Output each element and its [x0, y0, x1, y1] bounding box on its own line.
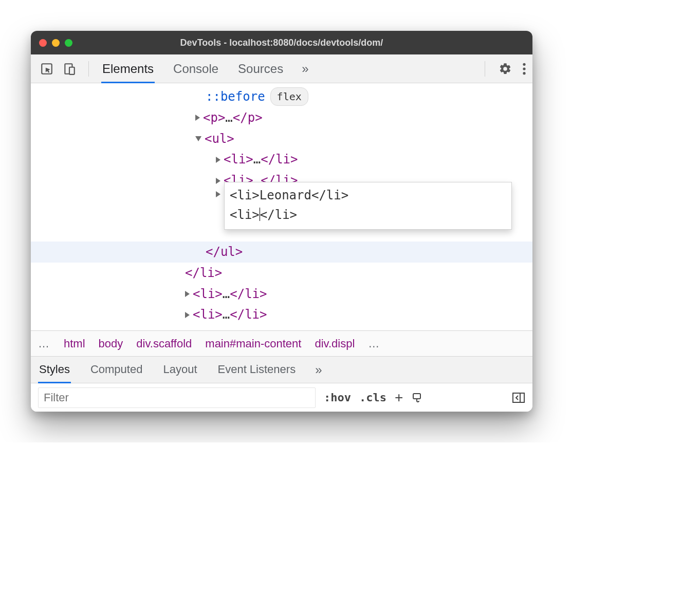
- styles-subtabs: Styles Computed Layout Event Listeners »: [31, 356, 532, 383]
- ul-close-node-selected[interactable]: </ul>: [31, 242, 532, 263]
- ul-node-open[interactable]: <ul>: [31, 128, 532, 150]
- crumb-div-scaffold[interactable]: div.scaffold: [136, 337, 192, 350]
- paint-brush-icon[interactable]: [411, 392, 423, 404]
- toggle-cls-button[interactable]: .cls: [359, 391, 386, 404]
- tag-open: <li>: [224, 149, 253, 170]
- tab-elements[interactable]: Elements: [101, 54, 155, 83]
- styles-filter-input[interactable]: [38, 387, 316, 408]
- edit-as-html-box[interactable]: <li>Leonard</li> <li></li>: [224, 182, 512, 230]
- svg-rect-2: [69, 67, 75, 74]
- window-title: DevTools - localhost:8080/docs/devtools/…: [31, 38, 532, 48]
- more-tabs-button[interactable]: »: [302, 62, 308, 76]
- svg-point-4: [523, 67, 525, 70]
- svg-point-3: [523, 63, 525, 65]
- toggle-hov-button[interactable]: :hov: [324, 391, 351, 404]
- expand-icon[interactable]: [185, 291, 190, 297]
- tag-open: <li>: [193, 284, 223, 305]
- ellipsis: …: [225, 107, 232, 128]
- breadcrumb-overflow-left[interactable]: …: [38, 337, 50, 350]
- panel-tabs: Elements Console Sources »: [101, 54, 472, 83]
- styles-filter-bar: :hov .cls +: [31, 383, 532, 412]
- collapse-icon[interactable]: [195, 136, 201, 141]
- tag-open: <li>: [193, 304, 223, 325]
- pseudo-before-node[interactable]: ::before flex: [31, 86, 532, 107]
- tag-open: <ul>: [205, 128, 234, 150]
- li-node-collapsed[interactable]: <li>…</li>: [31, 304, 532, 325]
- expand-icon[interactable]: [216, 157, 220, 163]
- crumb-html[interactable]: html: [64, 337, 85, 350]
- separator: [88, 61, 89, 77]
- toggle-computed-sidebar-icon[interactable]: [512, 392, 525, 404]
- main-toolbar: Elements Console Sources »: [31, 54, 532, 83]
- expand-icon[interactable]: [185, 312, 190, 318]
- ellipsis: …: [253, 149, 261, 170]
- expand-icon[interactable]: [216, 191, 220, 197]
- kebab-menu-icon[interactable]: [522, 62, 526, 76]
- device-toolbar-icon[interactable]: [63, 62, 76, 76]
- tag-close: </li>: [261, 149, 298, 170]
- subtab-event-listeners[interactable]: Event Listeners: [217, 357, 297, 383]
- inspect-element-icon[interactable]: [40, 62, 53, 76]
- tag-close: </ul>: [206, 242, 243, 263]
- p-node-collapsed[interactable]: <p>…</p>: [31, 107, 532, 128]
- separator: [485, 61, 485, 77]
- tag-close: </p>: [233, 107, 263, 128]
- new-style-rule-button[interactable]: +: [395, 390, 403, 406]
- breadcrumb-overflow-right[interactable]: …: [368, 337, 380, 350]
- expand-icon[interactable]: [195, 115, 200, 121]
- edit-close: </li>: [260, 208, 297, 222]
- edit-line-1[interactable]: <li>Leonard</li>: [230, 186, 506, 205]
- expand-icon[interactable]: [216, 178, 220, 184]
- zoom-window-button[interactable]: [65, 39, 72, 47]
- svg-rect-6: [413, 394, 420, 399]
- crumb-div-displ[interactable]: div.displ: [315, 337, 355, 350]
- tag-close: </li>: [230, 304, 267, 325]
- li-close-node[interactable]: </li>: [31, 263, 532, 284]
- li-node-collapsed[interactable]: <li>…</li>: [31, 149, 532, 170]
- crumb-main-content[interactable]: main#main-content: [205, 337, 301, 350]
- tag-close: </li>: [230, 284, 267, 305]
- devtools-window: DevTools - localhost:8080/docs/devtools/…: [31, 31, 532, 412]
- ellipsis: …: [223, 304, 230, 325]
- crumb-body[interactable]: body: [99, 337, 123, 350]
- ellipsis: …: [223, 284, 230, 305]
- subtab-computed[interactable]: Computed: [89, 357, 144, 383]
- subtabs-overflow-button[interactable]: »: [315, 363, 322, 377]
- tab-sources[interactable]: Sources: [237, 54, 284, 83]
- close-window-button[interactable]: [39, 39, 47, 47]
- edit-open: <li>: [230, 208, 260, 222]
- dom-breadcrumb[interactable]: … html body div.scaffold main#main-conte…: [31, 330, 532, 356]
- window-controls: [39, 39, 72, 47]
- settings-icon[interactable]: [499, 62, 512, 76]
- svg-rect-7: [513, 393, 524, 402]
- svg-point-5: [523, 72, 525, 75]
- elements-dom-tree[interactable]: ::before flex <p>…</p> <ul> <li>…</li> <…: [31, 83, 532, 330]
- subtab-layout[interactable]: Layout: [162, 357, 198, 383]
- pseudo-label: ::before: [206, 86, 265, 107]
- edit-line-2[interactable]: <li></li>: [230, 205, 506, 225]
- tag-open: <p>: [203, 107, 225, 128]
- tag-close: </li>: [185, 263, 222, 284]
- titlebar: DevTools - localhost:8080/docs/devtools/…: [31, 31, 532, 54]
- subtab-styles[interactable]: Styles: [38, 357, 71, 383]
- li-node-collapsed[interactable]: <li>…</li>: [31, 284, 532, 305]
- display-pill: flex: [270, 87, 308, 106]
- minimize-window-button[interactable]: [52, 39, 60, 47]
- tab-console[interactable]: Console: [172, 54, 219, 83]
